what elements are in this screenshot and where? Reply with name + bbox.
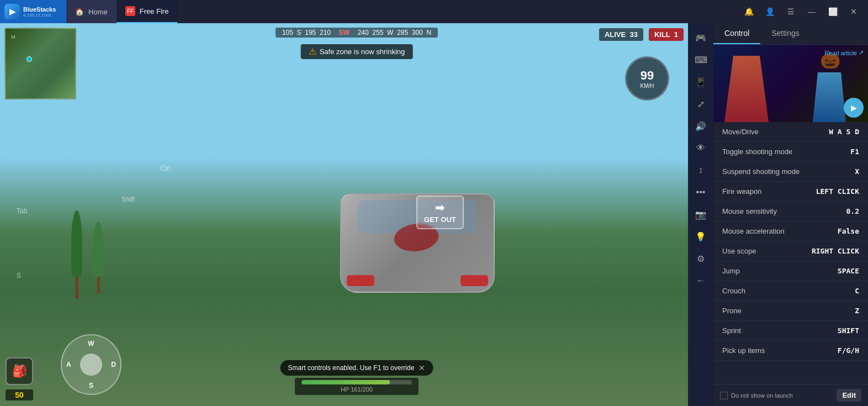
control-value: F1 bbox=[850, 147, 859, 156]
control-value: RIGHT CLICK bbox=[812, 247, 859, 255]
control-row: Toggle shooting modeF1 bbox=[713, 142, 868, 162]
control-value: X bbox=[855, 167, 859, 176]
control-row: Suspend shooting modeX bbox=[713, 162, 868, 182]
edit-button[interactable]: Edit bbox=[837, 389, 861, 402]
hud-compass: 105 S 195 210 SW 240 255 W 285 300 N bbox=[276, 28, 438, 38]
notification-btn[interactable]: 🔔 bbox=[739, 2, 759, 22]
control-label: Pick up items bbox=[722, 346, 765, 355]
tab-settings[interactable]: Settings bbox=[760, 23, 811, 44]
control-row: Use scopeRIGHT CLICK bbox=[713, 241, 868, 261]
side-icon-eye[interactable]: 👁 bbox=[691, 138, 711, 158]
control-label: Sprint bbox=[722, 326, 741, 335]
get-out-button[interactable]: ➡ GET OUT bbox=[416, 196, 464, 229]
side-icon-volume[interactable]: 🔊 bbox=[691, 116, 711, 136]
side-icon-back[interactable]: ← bbox=[691, 271, 711, 291]
control-label: Fire weapon bbox=[722, 187, 762, 196]
side-icon-gear[interactable]: ⚙ bbox=[691, 249, 711, 268]
do-not-show-row: Do not show on launch bbox=[720, 392, 793, 399]
alive-label: ALIVE bbox=[605, 30, 626, 39]
video-thumbnail: 🎃 How to play on BlueStacks Read article… bbox=[713, 45, 868, 122]
joystick-controls[interactable]: W S A D bbox=[61, 334, 121, 395]
control-row: ProneZ bbox=[713, 301, 868, 321]
control-value: SHIFT bbox=[838, 326, 859, 335]
minimize-btn[interactable]: — bbox=[802, 2, 822, 22]
side-icon-phone[interactable]: 📱 bbox=[691, 72, 711, 92]
tab-control[interactable]: Control bbox=[713, 23, 760, 44]
do-not-show-label: Do not show on launch bbox=[731, 392, 793, 399]
control-row: Pick up itemsF/G/H bbox=[713, 341, 868, 361]
side-icon-fullscreen[interactable]: ⤢ bbox=[691, 94, 711, 114]
tab-hint: Tab bbox=[17, 207, 27, 215]
do-not-show-checkbox[interactable] bbox=[720, 392, 728, 399]
side-icon-keyboard[interactable]: ⌨ bbox=[691, 50, 711, 70]
ctrl-hint: Ctrl bbox=[160, 165, 171, 172]
panel-header: Control Settings bbox=[713, 23, 868, 45]
control-row: Mouse accelerationFalse bbox=[713, 222, 868, 241]
control-value: False bbox=[838, 227, 859, 235]
hp-bar bbox=[301, 380, 412, 384]
control-value: 0.2 bbox=[846, 207, 859, 215]
svg-text:FF: FF bbox=[127, 8, 134, 14]
side-icon-gamepad[interactable]: 🎮 bbox=[691, 28, 711, 48]
game-area[interactable]: 105 S 195 210 SW 240 255 W 285 300 N ALI… bbox=[0, 23, 713, 406]
notif-close-btn[interactable]: ✕ bbox=[419, 363, 425, 372]
side-icon-camera[interactable]: 📷 bbox=[691, 204, 711, 224]
read-article-link[interactable]: Read article ↗ bbox=[824, 49, 864, 56]
safe-zone-text: Safe zone is now shrinking bbox=[320, 48, 405, 56]
maximize-btn[interactable]: ⬜ bbox=[823, 2, 843, 22]
bluestacks-logo: ▶ BlueStacks 4.150.11.1001 bbox=[0, 0, 66, 23]
play-button[interactable]: ▶ bbox=[844, 98, 864, 118]
get-out-label: GET OUT bbox=[424, 215, 456, 224]
hud-speed: 99 KM/H bbox=[625, 56, 669, 101]
joystick-outer[interactable]: W S A D bbox=[61, 334, 121, 395]
control-row: CrouchC bbox=[713, 281, 868, 301]
home-icon: 🏠 bbox=[75, 8, 84, 16]
home-tab-label: Home bbox=[88, 8, 108, 16]
wasd-labels: W S A D bbox=[62, 335, 120, 394]
game-screenshot: 105 S 195 210 SW 240 255 W 285 300 N ALI… bbox=[0, 23, 713, 406]
menu-btn[interactable]: ☰ bbox=[781, 2, 801, 22]
control-label: Crouch bbox=[722, 287, 745, 295]
compass-text: 105 S 195 210 bbox=[282, 29, 335, 36]
profile-btn[interactable]: 👤 bbox=[760, 2, 780, 22]
free-fire-icon: FF bbox=[125, 6, 135, 16]
ammo-count: 50 bbox=[6, 389, 33, 400]
kill-count: 1 bbox=[674, 30, 678, 39]
controls-list: Move/DriveW A S DToggle shooting modeF1S… bbox=[713, 122, 868, 384]
s-hint: S bbox=[17, 272, 21, 280]
side-icon-bar: 🎮 ⌨ 📱 ⤢ 🔊 👁 ↕ ••• 📷 💡 ⚙ ← bbox=[688, 23, 713, 406]
control-label: Jump bbox=[722, 267, 740, 275]
control-value: C bbox=[855, 287, 859, 295]
control-row: Move/DriveW A S D bbox=[713, 122, 868, 142]
control-value: LEFT CLICK bbox=[816, 187, 859, 196]
backpack-icon[interactable]: 🎒 bbox=[6, 357, 33, 385]
logo-version: 4.150.11.1001 bbox=[23, 13, 56, 18]
right-panel: Control Settings 🎃 How to play on BlueSt… bbox=[713, 23, 868, 406]
hp-text: HP 161/200 bbox=[341, 386, 373, 393]
warning-icon: ⚠ bbox=[309, 46, 316, 57]
minimap: M bbox=[4, 28, 76, 99]
alive-stat: ALIVE 33 bbox=[599, 28, 643, 41]
external-link-icon: ↗ bbox=[859, 49, 864, 56]
control-label: Suspend shooting mode bbox=[722, 167, 800, 176]
smart-controls-text: Smart controls enabled. Use F1 to overri… bbox=[288, 364, 415, 372]
safe-zone-alert: ⚠ Safe zone is now shrinking bbox=[301, 44, 413, 59]
side-icon-dots[interactable]: ••• bbox=[691, 182, 711, 202]
side-icon-bulb[interactable]: 💡 bbox=[691, 226, 711, 246]
close-btn[interactable]: ✕ bbox=[844, 2, 864, 22]
control-row: Fire weaponLEFT CLICK bbox=[713, 182, 868, 202]
tab-free-fire[interactable]: FF Free Fire bbox=[117, 0, 178, 23]
read-article-text: Read article bbox=[824, 50, 857, 56]
control-value: SPACE bbox=[838, 267, 859, 275]
shift-hint: Shift bbox=[121, 196, 135, 203]
logo-icon: ▶ bbox=[4, 4, 20, 19]
tab-home[interactable]: 🏠 Home bbox=[66, 0, 117, 23]
control-row: SprintSHIFT bbox=[713, 321, 868, 341]
s-label: S bbox=[89, 382, 93, 389]
control-label: Mouse acceleration bbox=[722, 227, 785, 235]
main-content: 105 S 195 210 SW 240 255 W 285 300 N ALI… bbox=[0, 23, 868, 406]
side-icon-repeat[interactable]: ↕ bbox=[691, 160, 711, 180]
kill-stat: KILL 1 bbox=[649, 28, 684, 41]
compass-text2: 240 255 W 285 300 N bbox=[354, 29, 431, 36]
logo-name: BlueStacks bbox=[23, 6, 56, 13]
